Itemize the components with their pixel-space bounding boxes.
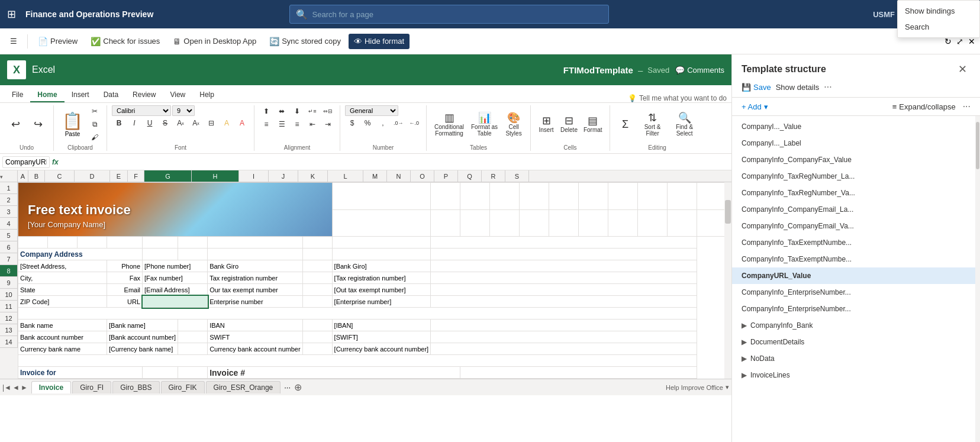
row-5[interactable]: 5	[0, 230, 18, 241]
col-O[interactable]: O	[411, 170, 434, 182]
cell-g3[interactable]	[208, 237, 302, 249]
strikethrough-btn[interactable]: S	[158, 117, 172, 129]
cell-company-address[interactable]: Company Address	[18, 249, 143, 260]
row-9[interactable]: 9	[0, 277, 18, 289]
tree-item-enterprise1[interactable]: CompanyInfo_EnterpriseNumber...	[732, 284, 980, 301]
tab-data[interactable]: Data	[96, 88, 125, 102]
cell-f3[interactable]	[178, 237, 208, 249]
scroll-bar-v[interactable]	[724, 182, 731, 379]
sidebar-more-icon[interactable]: ···	[824, 82, 831, 92]
percent-btn[interactable]: %	[360, 117, 375, 129]
row-8[interactable]: 8	[0, 265, 18, 277]
cell-rest5[interactable]	[431, 260, 697, 272]
cell-swift-val[interactable]: [SWIFT]	[332, 331, 431, 343]
cell-enterprise-label[interactable]: Enterprise number	[208, 296, 302, 308]
check-issues-btn[interactable]: ✅ Check for issues	[85, 34, 165, 49]
cell-zip[interactable]: ZIP Code]	[18, 296, 107, 308]
tab-home[interactable]: Home	[30, 88, 64, 102]
cell-taxreg-empty[interactable]	[302, 272, 332, 284]
sheet-tab-giro-fik[interactable]: Giro_FIK	[161, 381, 205, 393]
tree-item-docdetails[interactable]: ▶ DocumentDetails	[732, 334, 980, 350]
tree-item-taxexempt1[interactable]: CompanyInfo_TaxExemptNumbe...	[732, 234, 980, 251]
sheet-tab-more[interactable]: ···	[284, 383, 291, 392]
tab-file[interactable]: File	[5, 88, 30, 102]
cell-bankname[interactable]: Bank name	[18, 320, 107, 331]
cell-j2[interactable]	[431, 209, 460, 237]
add-btn[interactable]: + Add ▾	[742, 102, 768, 111]
tree-item-email-la[interactable]: CompanyInfo_CompanyEmail_La...	[732, 201, 980, 218]
cell-iban-label[interactable]: IBAN	[208, 320, 302, 331]
col-S[interactable]: S	[505, 170, 529, 182]
col-A[interactable]: A	[18, 170, 28, 182]
cell-p1[interactable]	[608, 183, 638, 210]
align-top-btn[interactable]: ⬆	[259, 105, 273, 117]
comma-btn[interactable]: ,	[376, 117, 390, 129]
cell-b3[interactable]	[48, 237, 78, 249]
sheet-nav-prev[interactable]: ◄	[12, 383, 20, 392]
expand-collapse-btn[interactable]: ≡ Expand/collapse	[892, 102, 956, 111]
row-13[interactable]: 13	[0, 324, 18, 336]
add-sheet-btn[interactable]: ⊕	[294, 382, 302, 393]
col-N[interactable]: N	[387, 170, 411, 182]
formula-input[interactable]	[61, 158, 729, 166]
invoice-header-cell[interactable]: Free text invoice [Your Company Name]	[18, 183, 333, 237]
col-K[interactable]: K	[298, 170, 328, 182]
tree-item-nodata[interactable]: ▶ NoData	[732, 350, 980, 367]
cell-k2[interactable]	[460, 209, 490, 237]
merge-btn[interactable]: ⇔⊟	[321, 105, 335, 117]
tell-me[interactable]: 💡 Tell me what you want to do	[628, 94, 727, 102]
tree-item-taxexempt2[interactable]: CompanyInfo_TaxExemptNumbe...	[732, 251, 980, 267]
row-6[interactable]: 6	[0, 241, 18, 253]
indent-inc-btn[interactable]: ⇥	[321, 118, 335, 130]
font-color-btn[interactable]: A	[235, 117, 249, 129]
cell-p2[interactable]	[608, 209, 638, 237]
cell-e4[interactable]	[143, 249, 178, 260]
cell-l2[interactable]	[490, 209, 520, 237]
italic-btn[interactable]: I	[127, 117, 141, 129]
cell-currbank[interactable]: Currency bank name	[18, 343, 107, 355]
cell-n1[interactable]	[549, 183, 579, 210]
cell-m1[interactable]	[520, 183, 549, 210]
col-D[interactable]: D	[75, 170, 110, 182]
cell-taxreg-val[interactable]: [Tax registration number]	[332, 272, 431, 284]
cell-rest6[interactable]	[431, 272, 697, 284]
search-box[interactable]: 🔍	[289, 5, 609, 24]
autosum-btn[interactable]: Σ	[615, 118, 636, 131]
cell-currbankacct-empty[interactable]	[302, 343, 332, 355]
row-2[interactable]: 2	[0, 194, 18, 206]
cell-c3[interactable]	[78, 237, 107, 249]
sheet-tab-giro-bbs[interactable]: Giro_BBS	[112, 381, 159, 393]
col-H[interactable]: H	[192, 170, 239, 182]
tab-view[interactable]: View	[163, 88, 192, 102]
cell-g4[interactable]	[208, 249, 302, 260]
open-desktop-btn[interactable]: 🖥 Open in Desktop App	[167, 34, 262, 49]
tree-item-companyinfo-value[interactable]: CompanyI..._Value	[732, 118, 980, 135]
sort-filter-btn[interactable]: ⇅ Sort & Filter	[637, 111, 668, 138]
cell-row13[interactable]	[18, 355, 697, 367]
dec-inc-btn[interactable]: .0→	[391, 117, 406, 129]
cell-d3[interactable]	[107, 237, 143, 249]
cell-e14[interactable]	[143, 367, 178, 379]
cell-bankgiro-empty[interactable]	[302, 260, 332, 272]
font-size-select[interactable]: 9	[172, 105, 195, 116]
sidebar-toggle-btn[interactable]: ☰	[5, 34, 22, 49]
cell-iban-empty[interactable]	[302, 320, 332, 331]
tree-item-taxreg-la[interactable]: CompanyInfo_TaxRegNumber_La...	[732, 168, 980, 185]
cell-taxreg-label[interactable]: Tax registration number	[208, 272, 302, 284]
number-format-select[interactable]: General	[345, 105, 398, 116]
tree-item-enterprise2[interactable]: CompanyInfo_EnterpriseNumber...	[732, 301, 980, 317]
cell-phone-val[interactable]: [Phone number]	[143, 260, 208, 272]
cell-swift-label[interactable]: SWIFT	[208, 331, 302, 343]
cell-i3[interactable]	[332, 237, 431, 249]
cell-n2[interactable]	[549, 209, 579, 237]
cell-i1[interactable]	[332, 183, 431, 210]
row-14[interactable]: 14	[0, 336, 18, 348]
col-E[interactable]: E	[110, 170, 128, 182]
sheet-nav-next[interactable]: ►	[21, 383, 28, 392]
cell-f4[interactable]	[178, 249, 208, 260]
tree-item-companyurl-value[interactable]: CompanyURL_Value	[732, 267, 980, 284]
dec-dec-btn[interactable]: ←.0	[407, 117, 422, 129]
cell-taxexempt-empty[interactable]	[302, 284, 332, 296]
sheet-nav-first[interactable]: |◄	[2, 383, 11, 392]
cell-f11[interactable]	[178, 331, 208, 343]
